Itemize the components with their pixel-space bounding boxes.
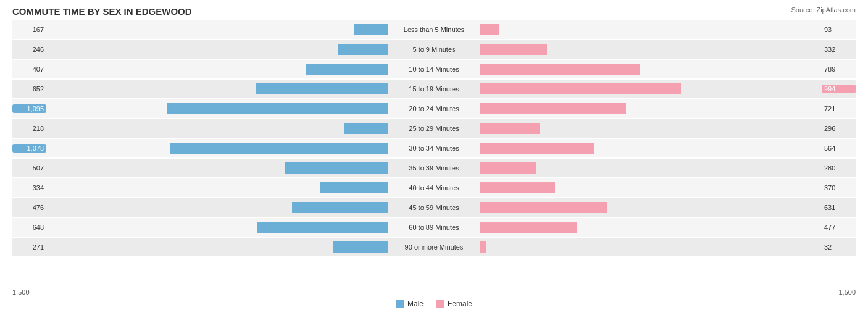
female-value: 332 xyxy=(822,46,856,53)
male-bar-wrap xyxy=(46,241,388,253)
male-bar-wrap xyxy=(46,64,388,75)
female-bar-wrap xyxy=(480,24,822,35)
male-bar xyxy=(338,44,388,55)
row-label: Less than 5 Minutes xyxy=(388,26,480,33)
female-value: 370 xyxy=(822,184,856,191)
female-bar-wrap xyxy=(480,83,822,94)
row-label: 15 to 19 Minutes xyxy=(388,85,480,93)
female-bar xyxy=(480,83,681,94)
male-bar xyxy=(320,182,388,193)
female-value: 564 xyxy=(822,145,856,152)
female-bar-wrap xyxy=(480,241,822,253)
male-value: 334 xyxy=(12,184,46,191)
row-label: 30 to 34 Minutes xyxy=(388,145,480,152)
male-bar-wrap xyxy=(46,24,388,35)
table-row: 1,07830 to 34 Minutes564 xyxy=(12,139,856,157)
male-bar xyxy=(292,202,388,213)
female-value: 93 xyxy=(822,26,856,33)
male-value: 476 xyxy=(12,204,46,211)
axis-row: 1,500 1,500 xyxy=(12,288,856,296)
female-bar-wrap xyxy=(480,44,822,55)
female-value: 296 xyxy=(822,125,856,132)
male-value: 507 xyxy=(12,164,46,172)
female-bar-wrap xyxy=(480,182,822,193)
female-bar-wrap xyxy=(480,103,822,114)
female-bar xyxy=(480,241,486,253)
female-bar xyxy=(480,143,594,154)
female-value: 721 xyxy=(822,105,856,112)
male-bar xyxy=(256,83,388,94)
female-legend-label: Female xyxy=(448,300,472,308)
axis-left-label: 1,500 xyxy=(12,288,30,296)
male-bar xyxy=(333,241,388,253)
legend-male: Male xyxy=(396,300,424,308)
male-bar xyxy=(354,24,388,35)
female-bar xyxy=(480,103,626,114)
table-row: 167Less than 5 Minutes93 xyxy=(12,20,856,39)
male-bar xyxy=(344,123,388,134)
male-value: 407 xyxy=(12,65,46,73)
male-bar-wrap xyxy=(46,202,388,213)
male-bar-wrap xyxy=(46,123,388,134)
female-value: 789 xyxy=(822,65,856,73)
female-bar-wrap xyxy=(480,202,822,213)
male-bar-wrap xyxy=(46,162,388,174)
male-bar-wrap xyxy=(46,44,388,55)
female-value: 280 xyxy=(822,164,856,172)
female-value: 32 xyxy=(822,243,856,251)
male-bar-wrap xyxy=(46,83,388,94)
male-bar xyxy=(257,222,388,233)
row-label: 20 to 24 Minutes xyxy=(388,105,480,112)
row-label: 60 to 89 Minutes xyxy=(388,224,480,231)
male-bar xyxy=(170,143,388,154)
female-bar-wrap xyxy=(480,222,822,233)
male-value: 271 xyxy=(12,243,46,251)
female-value: 994 xyxy=(822,85,856,93)
axis-right-label: 1,500 xyxy=(838,288,856,296)
male-color-box xyxy=(396,300,404,308)
row-label: 35 to 39 Minutes xyxy=(388,164,480,172)
row-label: 5 to 9 Minutes xyxy=(388,46,480,53)
table-row: 21825 to 29 Minutes296 xyxy=(12,119,856,138)
female-bar-wrap xyxy=(480,143,822,154)
table-row: 1,09520 to 24 Minutes721 xyxy=(12,99,856,118)
male-value: 652 xyxy=(12,85,46,93)
table-row: 2465 to 9 Minutes332 xyxy=(12,40,856,59)
female-bar xyxy=(480,162,536,174)
row-label: 25 to 29 Minutes xyxy=(388,125,480,132)
male-bar-wrap xyxy=(46,103,388,114)
row-label: 45 to 59 Minutes xyxy=(388,204,480,211)
male-bar xyxy=(167,103,388,114)
female-value: 477 xyxy=(822,224,856,231)
female-value: 631 xyxy=(822,204,856,211)
table-row: 40710 to 14 Minutes789 xyxy=(12,60,856,78)
female-bar xyxy=(480,24,499,35)
male-bar-wrap xyxy=(46,182,388,193)
female-bar xyxy=(480,202,607,213)
male-value: 167 xyxy=(12,26,46,33)
row-label: 90 or more Minutes xyxy=(388,243,480,251)
male-value: 648 xyxy=(12,224,46,231)
table-row: 64860 to 89 Minutes477 xyxy=(12,218,856,237)
chart-area: 167Less than 5 Minutes932465 to 9 Minute… xyxy=(12,20,856,286)
row-label: 10 to 14 Minutes xyxy=(388,65,480,73)
chart-title: COMMUTE TIME BY SEX IN EDGEWOOD xyxy=(12,6,856,17)
table-row: 65215 to 19 Minutes994 xyxy=(12,80,856,98)
male-bar xyxy=(285,162,388,174)
male-bar-wrap xyxy=(46,143,388,154)
table-row: 33440 to 44 Minutes370 xyxy=(12,178,856,197)
male-value: 1,078 xyxy=(12,144,46,153)
male-value: 246 xyxy=(12,46,46,53)
female-bar-wrap xyxy=(480,64,822,75)
male-bar xyxy=(306,64,388,75)
female-bar xyxy=(480,222,577,233)
source-label: Source: ZipAtlas.com xyxy=(791,6,856,14)
female-bar xyxy=(480,123,540,134)
legend-female: Female xyxy=(436,300,472,308)
chart-container: COMMUTE TIME BY SEX IN EDGEWOOD Source: … xyxy=(0,0,868,323)
female-bar xyxy=(480,64,640,75)
female-bar-wrap xyxy=(480,123,822,134)
female-bar xyxy=(480,182,555,193)
male-legend-label: Male xyxy=(407,300,424,308)
female-bar xyxy=(480,44,547,55)
